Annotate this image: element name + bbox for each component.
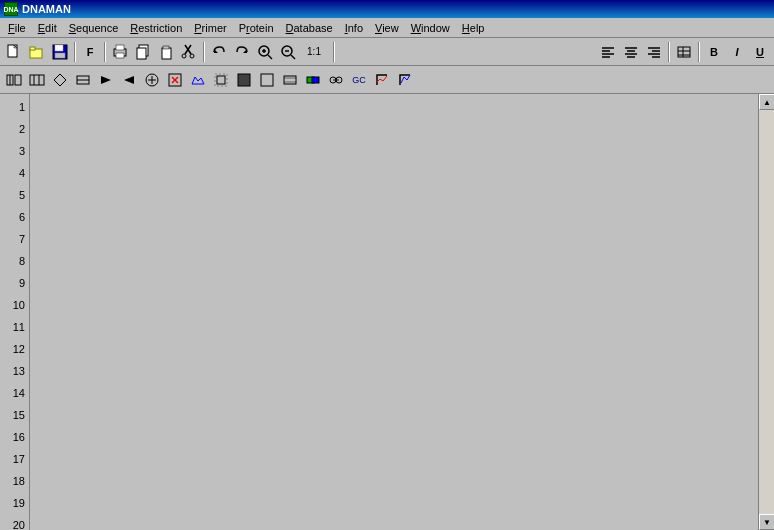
list-icon	[676, 44, 692, 60]
svg-rect-13	[162, 48, 171, 59]
seq-tool-5[interactable]	[95, 69, 117, 91]
line-number-15: 15	[0, 404, 29, 426]
align-left-button[interactable]	[597, 41, 619, 63]
seq-tool-7[interactable]	[141, 69, 163, 91]
align-right-icon	[646, 44, 662, 60]
zoom-in-icon	[257, 44, 273, 60]
menu-file[interactable]: File	[2, 20, 32, 36]
svg-point-18	[190, 54, 194, 58]
bold-button[interactable]: B	[703, 41, 725, 63]
scroll-down-button[interactable]: ▼	[759, 514, 774, 530]
save-icon	[52, 44, 68, 60]
app-icon: DNA	[4, 2, 18, 16]
menu-database[interactable]: Database	[280, 20, 339, 36]
seq-tool-15[interactable]	[325, 69, 347, 91]
toolbar-main: F	[0, 38, 774, 66]
seq-icon-2	[29, 72, 45, 88]
seq-icon-7	[144, 72, 160, 88]
sep-3	[203, 42, 205, 62]
align-center-button[interactable]	[620, 41, 642, 63]
menu-bar: File Edit Sequence Restriction Primer Pr…	[0, 18, 774, 38]
seq-icon-5	[98, 72, 114, 88]
seq-tool-3[interactable]	[49, 69, 71, 91]
zoom-fit-button[interactable]	[277, 41, 299, 63]
menu-help[interactable]: Help	[456, 20, 491, 36]
line-number-13: 13	[0, 360, 29, 382]
seq-tool-6[interactable]	[118, 69, 140, 91]
line-number-2: 2	[0, 118, 29, 140]
seq-icon-17	[374, 72, 390, 88]
redo-button[interactable]	[231, 41, 253, 63]
seq-tool-9[interactable]	[187, 69, 209, 91]
sep-1	[74, 42, 76, 62]
align-center-icon	[623, 44, 639, 60]
scroll-up-button[interactable]: ▲	[759, 94, 774, 110]
sep-2	[104, 42, 106, 62]
copy-button[interactable]	[132, 41, 154, 63]
open-button[interactable]	[26, 41, 48, 63]
new-button[interactable]	[3, 41, 25, 63]
svg-rect-4	[30, 47, 35, 50]
menu-protein[interactable]: Protein	[233, 20, 280, 36]
seq-icon-12	[259, 72, 275, 88]
seq-tool-14[interactable]	[302, 69, 324, 91]
line-number-10: 10	[0, 294, 29, 316]
svg-line-26	[291, 55, 295, 59]
seq-tool-10[interactable]	[210, 69, 232, 91]
menu-primer[interactable]: Primer	[188, 20, 232, 36]
line-number-6: 6	[0, 206, 29, 228]
editor-area[interactable]	[30, 94, 758, 530]
seq-tool-13[interactable]	[279, 69, 301, 91]
seq-tool-2[interactable]	[26, 69, 48, 91]
svg-marker-54	[124, 76, 134, 84]
line-number-8: 8	[0, 250, 29, 272]
seq-tool-12[interactable]	[256, 69, 278, 91]
line-number-20: 20	[0, 514, 29, 530]
copy-icon	[135, 44, 151, 60]
line-number-7: 7	[0, 228, 29, 250]
seq-tool-8[interactable]	[164, 69, 186, 91]
seq-tool-17[interactable]	[371, 69, 393, 91]
svg-rect-69	[312, 77, 319, 83]
line-number-16: 16	[0, 426, 29, 448]
line-number-12: 12	[0, 338, 29, 360]
menu-view[interactable]: View	[369, 20, 405, 36]
seq-tool-4[interactable]	[72, 69, 94, 91]
sep-4	[333, 42, 335, 62]
seq-icon-14	[305, 72, 321, 88]
underline-button[interactable]: U	[749, 41, 771, 63]
svg-rect-62	[217, 76, 225, 84]
seq-icon-9	[190, 72, 206, 88]
svg-rect-65	[284, 76, 296, 84]
vertical-scrollbar[interactable]: ▲ ▼	[758, 94, 774, 530]
menu-edit[interactable]: Edit	[32, 20, 63, 36]
align-right-button[interactable]	[643, 41, 665, 63]
seq-tool-1[interactable]	[3, 69, 25, 91]
menu-restriction[interactable]: Restriction	[124, 20, 188, 36]
zoom-in-button[interactable]	[254, 41, 276, 63]
menu-sequence[interactable]: Sequence	[63, 20, 125, 36]
italic-button[interactable]: I	[726, 41, 748, 63]
seq-tool-11[interactable]	[233, 69, 255, 91]
undo-icon	[211, 44, 227, 60]
zoom-label[interactable]: 1:1	[300, 41, 328, 63]
undo-button[interactable]	[208, 41, 230, 63]
menu-info[interactable]: Info	[339, 20, 369, 36]
seq-tool-18[interactable]	[394, 69, 416, 91]
svg-rect-64	[261, 74, 273, 86]
svg-rect-10	[116, 53, 124, 58]
list-button[interactable]	[673, 41, 695, 63]
menu-window[interactable]: Window	[405, 20, 456, 36]
print-button[interactable]	[109, 41, 131, 63]
cut-button[interactable]	[178, 41, 200, 63]
svg-line-22	[268, 55, 272, 59]
svg-rect-63	[238, 74, 250, 86]
paste-button[interactable]	[155, 41, 177, 63]
line-numbers-panel: 1234567891011121314151617181920	[0, 94, 30, 530]
font-button[interactable]: F	[79, 41, 101, 63]
scroll-track-v[interactable]	[759, 110, 774, 514]
save-button[interactable]	[49, 41, 71, 63]
line-number-4: 4	[0, 162, 29, 184]
title-bar: DNA DNAMAN	[0, 0, 774, 18]
seq-tool-16[interactable]: GC	[348, 69, 370, 91]
